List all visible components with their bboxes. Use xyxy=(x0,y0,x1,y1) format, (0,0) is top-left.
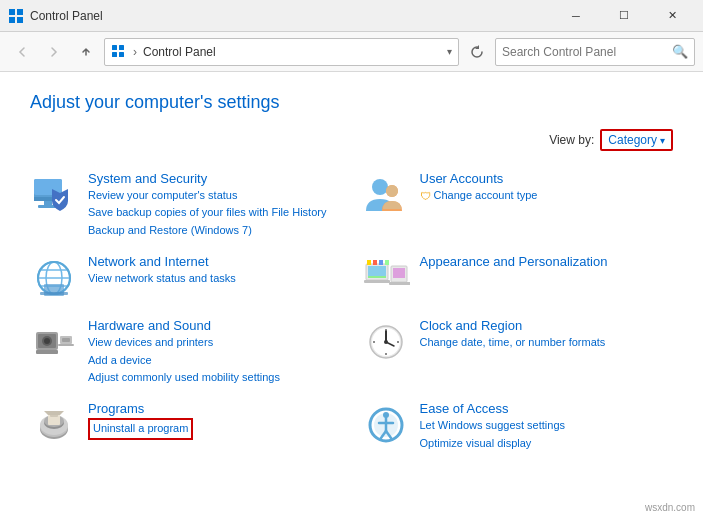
svg-rect-1 xyxy=(17,9,23,15)
search-box[interactable]: 🔍 xyxy=(495,38,695,66)
address-path[interactable]: › Control Panel ▾ xyxy=(104,38,459,66)
hardware-sound-content: Hardware and Sound View devices and prin… xyxy=(88,318,280,385)
close-button[interactable]: ✕ xyxy=(649,0,695,32)
categories-grid: System and Security Review your computer… xyxy=(30,167,673,455)
svg-rect-28 xyxy=(367,260,371,265)
view-by-arrow: ▾ xyxy=(660,135,665,146)
svg-rect-11 xyxy=(44,201,52,205)
system-security-icon xyxy=(30,171,78,219)
svg-rect-42 xyxy=(36,350,58,354)
programs-link-1[interactable]: Uninstall a program xyxy=(88,418,193,439)
appearance-icon xyxy=(362,254,410,302)
programs-icon xyxy=(30,401,78,449)
hardware-sound-link-1[interactable]: View devices and printers xyxy=(88,335,280,350)
category-programs: Programs Uninstall a program xyxy=(30,397,342,455)
user-accounts-title[interactable]: User Accounts xyxy=(420,171,538,186)
svg-rect-26 xyxy=(368,276,386,278)
category-user-accounts: User Accounts 🛡 Change account type xyxy=(362,167,674,242)
system-security-link-2[interactable]: Save backup copies of your files with Fi… xyxy=(88,205,326,220)
ease-of-access-title[interactable]: Ease of Access xyxy=(420,401,566,416)
refresh-button[interactable] xyxy=(463,38,491,66)
search-input[interactable] xyxy=(502,45,668,59)
network-internet-content: Network and Internet View network status… xyxy=(88,254,236,286)
view-by-label: View by: xyxy=(549,133,594,147)
minimize-button[interactable]: ─ xyxy=(553,0,599,32)
svg-rect-7 xyxy=(119,52,124,57)
category-appearance: Appearance and Personalization xyxy=(362,250,674,306)
appearance-content: Appearance and Personalization xyxy=(420,254,608,269)
address-bar: › Control Panel ▾ 🔍 xyxy=(0,32,703,72)
category-system-security: System and Security Review your computer… xyxy=(30,167,342,242)
app-icon xyxy=(8,8,24,24)
svg-point-15 xyxy=(386,185,398,197)
network-internet-icon xyxy=(30,254,78,302)
user-accounts-content: User Accounts 🛡 Change account type xyxy=(420,171,538,203)
ease-of-access-link-2[interactable]: Optimize visual display xyxy=(420,436,566,451)
ease-of-access-icon xyxy=(362,401,410,449)
hardware-sound-link-2[interactable]: Add a device xyxy=(88,353,280,368)
page-heading: Adjust your computer's settings xyxy=(30,92,673,113)
user-accounts-link-1[interactable]: Change account type xyxy=(434,188,538,203)
view-by-value: Category xyxy=(608,133,657,147)
address-text: Control Panel xyxy=(143,45,443,59)
clock-region-content: Clock and Region Change date, time, or n… xyxy=(420,318,606,350)
svg-rect-5 xyxy=(119,45,124,50)
view-by-dropdown[interactable]: Category ▾ xyxy=(600,129,673,151)
category-ease-of-access: Ease of Access Let Windows suggest setti… xyxy=(362,397,674,455)
category-clock-region: Clock and Region Change date, time, or n… xyxy=(362,314,674,389)
title-bar: Control Panel ─ ☐ ✕ xyxy=(0,0,703,32)
shield-warning-icon: 🛡 xyxy=(420,190,431,202)
svg-rect-29 xyxy=(373,260,377,265)
network-internet-title[interactable]: Network and Internet xyxy=(88,254,236,269)
forward-button[interactable] xyxy=(40,38,68,66)
svg-rect-25 xyxy=(368,266,386,276)
network-internet-link-1[interactable]: View network status and tasks xyxy=(88,271,236,286)
hardware-sound-icon xyxy=(30,318,78,366)
clock-region-link-1[interactable]: Change date, time, or number formats xyxy=(420,335,606,350)
svg-rect-30 xyxy=(379,260,383,265)
window-controls: ─ ☐ ✕ xyxy=(553,0,695,32)
svg-point-47 xyxy=(384,340,388,344)
category-network-internet: Network and Internet View network status… xyxy=(30,250,342,306)
svg-rect-0 xyxy=(9,9,15,15)
restore-button[interactable]: ☐ xyxy=(601,0,647,32)
svg-rect-31 xyxy=(385,260,389,265)
search-icon: 🔍 xyxy=(672,44,688,59)
path-icon xyxy=(111,44,127,60)
hardware-sound-link-3[interactable]: Adjust commonly used mobility settings xyxy=(88,370,280,385)
ease-of-access-link-1[interactable]: Let Windows suggest settings xyxy=(420,418,566,433)
svg-rect-33 xyxy=(393,268,405,278)
svg-rect-3 xyxy=(17,17,23,23)
category-hardware-sound: Hardware and Sound View devices and prin… xyxy=(30,314,342,389)
system-security-content: System and Security Review your computer… xyxy=(88,171,326,238)
svg-rect-6 xyxy=(112,52,117,57)
programs-title[interactable]: Programs xyxy=(88,401,193,416)
main-content: Adjust your computer's settings View by:… xyxy=(0,72,703,475)
svg-point-38 xyxy=(44,338,50,344)
svg-rect-4 xyxy=(112,45,117,50)
ease-of-access-content: Ease of Access Let Windows suggest setti… xyxy=(420,401,566,451)
appearance-title[interactable]: Appearance and Personalization xyxy=(420,254,608,269)
back-button[interactable] xyxy=(8,38,36,66)
system-security-title[interactable]: System and Security xyxy=(88,171,326,186)
user-accounts-icon xyxy=(362,171,410,219)
clock-region-title[interactable]: Clock and Region xyxy=(420,318,606,333)
watermark: wsxdn.com xyxy=(645,502,695,513)
svg-rect-41 xyxy=(58,344,74,346)
programs-content: Programs Uninstall a program xyxy=(88,401,193,439)
system-security-link-1[interactable]: Review your computer's status xyxy=(88,188,326,203)
up-button[interactable] xyxy=(72,38,100,66)
system-security-link-3[interactable]: Backup and Restore (Windows 7) xyxy=(88,223,326,238)
window-title: Control Panel xyxy=(30,9,553,23)
svg-rect-40 xyxy=(62,338,70,342)
hardware-sound-title[interactable]: Hardware and Sound xyxy=(88,318,280,333)
clock-region-icon xyxy=(362,318,410,366)
svg-rect-2 xyxy=(9,17,15,23)
svg-rect-23 xyxy=(40,292,68,295)
address-dropdown-arrow[interactable]: ▾ xyxy=(447,46,452,57)
svg-rect-27 xyxy=(364,280,390,283)
svg-rect-34 xyxy=(389,282,410,285)
view-by-row: View by: Category ▾ xyxy=(30,129,673,151)
svg-point-13 xyxy=(372,179,388,195)
